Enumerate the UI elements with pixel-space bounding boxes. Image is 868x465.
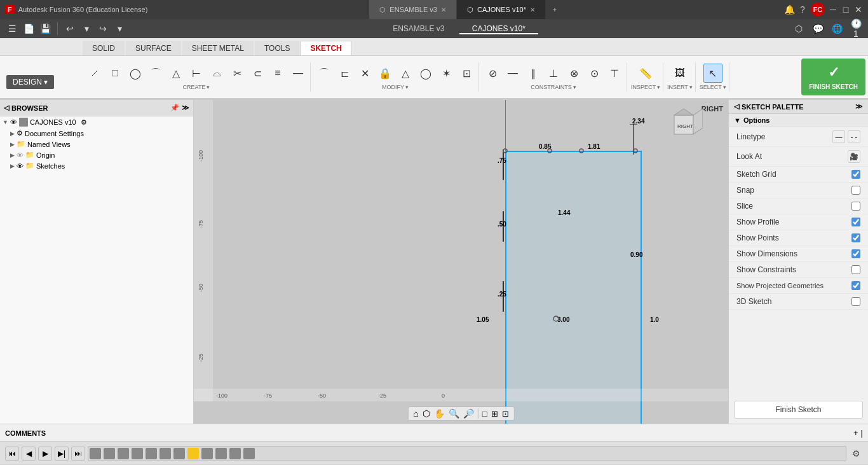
tangent-tool[interactable]: ⊗ (564, 64, 583, 83)
tab-cajones-close[interactable]: ✕ (530, 6, 535, 13)
parallel-tool[interactable]: ∥ (524, 64, 543, 83)
project-tool[interactable]: ⊂ (248, 64, 267, 83)
show-projected-checkbox[interactable] (851, 281, 860, 290)
circle2-tool[interactable]: ◯ (416, 64, 435, 83)
linetype-dashed-btn[interactable]: - - (848, 130, 860, 143)
nav-cube[interactable]: RIGHT (665, 102, 703, 142)
maximize-btn[interactable]: □ (841, 5, 850, 14)
linetype-solid-btn[interactable]: — (832, 130, 845, 143)
time-btn[interactable]: 🕐 1 (849, 22, 863, 36)
close-btn[interactable]: ✕ (854, 5, 863, 14)
online-btn[interactable]: 🌐 (830, 22, 844, 36)
display-btn[interactable]: □ (482, 409, 487, 419)
browser-item-sketches[interactable]: ▶ 👁 📁 Sketches (0, 160, 193, 171)
timeline-marker-3[interactable] (118, 448, 129, 459)
polygon-tool[interactable]: △ (166, 64, 186, 83)
palette-collapse-icon[interactable]: ◁ (734, 102, 739, 111)
redo-btn[interactable]: ↪ (96, 22, 110, 36)
tab-ensamble-close[interactable]: ✕ (441, 6, 446, 13)
jobs-btn[interactable]: ⬡ (792, 22, 806, 36)
undo-arrow[interactable]: ▾ (79, 22, 93, 36)
undo-btn[interactable]: ↩ (63, 22, 77, 36)
slice-checkbox[interactable] (851, 202, 860, 211)
origin-eye-icon[interactable]: 👁 (17, 151, 24, 159)
slot-tool[interactable]: ⊢ (187, 64, 206, 83)
show-profile-checkbox[interactable] (851, 218, 860, 226)
select-label[interactable]: SELECT ▾ (700, 84, 726, 90)
fillet-tool[interactable]: ⌒ (315, 64, 334, 83)
sketch-grid-checkbox[interactable] (851, 170, 860, 179)
select-tool[interactable]: ↖ (703, 64, 722, 83)
design-button[interactable]: DESIGN ▾ (6, 75, 54, 89)
timeline-last-btn[interactable]: ⏭ (71, 447, 85, 461)
timeline-marker-10[interactable] (215, 448, 227, 459)
view-cube-btn[interactable]: ⬡ (423, 408, 430, 419)
equal-tool[interactable]: ⊙ (585, 64, 604, 83)
perp-tool[interactable]: ⊥ (544, 64, 563, 83)
comments-collapse-btn[interactable]: | (861, 428, 863, 438)
timeline-marker-5[interactable] (146, 448, 157, 459)
timeline-marker-8-active[interactable] (187, 448, 199, 459)
new-btn[interactable]: ☰ (5, 22, 19, 36)
mirror-tool[interactable]: ✕ (355, 64, 374, 83)
browser-back-icon[interactable]: ◁ (4, 104, 9, 112)
home-view-btn[interactable]: ⌂ (413, 408, 418, 419)
save-btn[interactable]: 💾 (38, 22, 52, 36)
line2-tool[interactable]: — (288, 64, 308, 83)
collab-btn[interactable]: 💬 (811, 22, 825, 36)
inspect-label[interactable]: INSPECT ▾ (631, 84, 660, 90)
timeline-play-btn[interactable]: ▶ (38, 447, 52, 461)
grid-tool[interactable]: ⊡ (457, 64, 476, 83)
rect-tool[interactable]: □ (105, 64, 125, 83)
sketches-eye-icon[interactable]: 👁 (17, 162, 24, 170)
snap-btn[interactable]: ⊡ (502, 409, 509, 419)
insert-label[interactable]: INSERT ▾ (667, 84, 693, 90)
star-tool[interactable]: ✶ (437, 64, 456, 83)
trim-tool[interactable]: ✂ (227, 64, 247, 83)
horiz-tool[interactable]: ⊤ (605, 64, 624, 83)
browser-item-named-views[interactable]: ▶ 📁 Named Views (0, 139, 193, 149)
browser-item-doc-settings[interactable]: ▶ ⚙ Document Settings (0, 128, 193, 139)
notification-btn[interactable]: 🔔 (785, 5, 794, 14)
tab-sketch[interactable]: SKETCH (301, 41, 351, 55)
browser-pin-icon[interactable]: 📌 (170, 104, 179, 112)
tab-sheet-metal[interactable]: SHEET METAL (182, 41, 254, 55)
comments-add-btn[interactable]: + (853, 428, 858, 438)
insert-image-tool[interactable]: 🖼 (670, 64, 689, 83)
create-label[interactable]: CREATE ▾ (183, 84, 210, 90)
timeline-marker-11[interactable] (229, 448, 241, 459)
browser-item-cajones[interactable]: ▼ 👁 CAJONES v10 ⚙ (0, 116, 193, 128)
timeline-marker-7[interactable] (173, 448, 185, 459)
arc-tool[interactable]: ⌒ (146, 64, 165, 83)
user-avatar[interactable]: FC (811, 3, 825, 17)
finish-sketch-btn[interactable]: ✓ FINISH SKETCH (801, 59, 865, 95)
offset-tool[interactable]: ⊏ (335, 64, 354, 83)
open-btn[interactable]: 📄 (22, 22, 36, 36)
canvas-area[interactable]: RIGHT RIGHT 2.34 0.85 1.81 .75 (194, 100, 728, 424)
show-points-checkbox[interactable] (851, 233, 860, 242)
new-tab-button[interactable]: + (546, 1, 564, 18)
tab-cajones[interactable]: ⬡ CAJONES v10* ✕ (457, 0, 546, 19)
snap-checkbox[interactable] (851, 186, 860, 195)
lock-tool[interactable]: 🔒 (376, 64, 395, 83)
constraints-label[interactable]: CONSTRAINTS ▾ (531, 84, 576, 90)
look-at-btn[interactable]: 🎥 (848, 150, 860, 163)
timeline-marker-4[interactable] (132, 448, 143, 459)
timeline-marker-9[interactable] (201, 448, 213, 459)
redo-arrow[interactable]: ▾ (112, 22, 126, 36)
help-btn[interactable]: ? (798, 5, 807, 14)
cajones-settings-icon[interactable]: ⚙ (81, 118, 87, 127)
timeline-prev-btn[interactable]: ◀ (22, 447, 36, 461)
palette-section-options[interactable]: ▼ Options (729, 114, 868, 127)
timeline-next-btn[interactable]: ▶| (55, 447, 69, 461)
timeline-marker-2[interactable] (104, 448, 115, 459)
timeline-first-btn[interactable]: ⏮ (5, 447, 19, 461)
finish-sketch-bottom-btn[interactable]: Finish Sketch (734, 401, 863, 419)
measure-tool[interactable]: 📏 (636, 64, 655, 83)
tab-surface[interactable]: SURFACE (126, 41, 181, 55)
palette-expand-icon[interactable]: ≫ (855, 102, 863, 111)
spline-tool[interactable]: ⌓ (207, 64, 226, 83)
collinear-tool[interactable]: — (503, 64, 522, 83)
line-tool[interactable]: ⟋ (85, 64, 104, 83)
explode-tool[interactable]: △ (396, 64, 415, 83)
